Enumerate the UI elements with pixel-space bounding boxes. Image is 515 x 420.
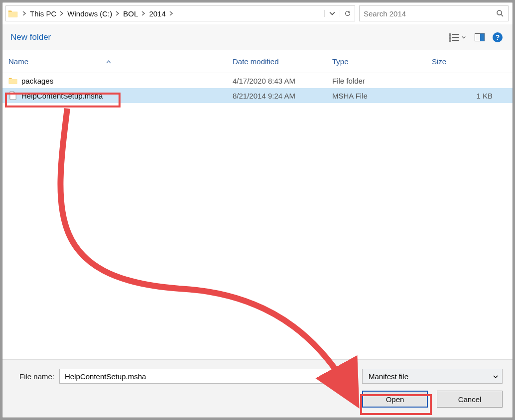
- column-headers: Name Date modified Type Size: [2, 50, 513, 73]
- file-icon: [8, 91, 17, 100]
- file-row[interactable]: packages 4/17/2020 8:43 AM File folder: [2, 73, 513, 88]
- chevron-down-icon: [493, 372, 498, 381]
- sort-ascending-icon: [106, 60, 111, 64]
- history-dropdown-icon[interactable]: [325, 10, 340, 16]
- column-name[interactable]: Name: [2, 57, 227, 66]
- column-size-label: Size: [432, 57, 446, 66]
- column-name-label: Name: [8, 57, 28, 66]
- column-date[interactable]: Date modified: [227, 57, 326, 66]
- chevron-right-icon[interactable]: [113, 6, 122, 21]
- file-type: File folder: [326, 77, 426, 85]
- folder-icon: [8, 76, 17, 85]
- filename-input-wrap: [59, 369, 357, 384]
- chevron-right-icon[interactable]: [20, 6, 29, 21]
- search-box[interactable]: [359, 5, 509, 21]
- chevron-down-icon: [462, 35, 466, 39]
- folder-icon: [6, 8, 20, 19]
- help-icon[interactable]: ?: [489, 28, 507, 46]
- search-input[interactable]: [364, 9, 493, 18]
- bottom-panel: File name: Manifest file Open Cancel: [2, 359, 513, 418]
- chevron-right-icon[interactable]: [139, 6, 148, 21]
- file-date: 8/21/2014 9:24 AM: [227, 92, 326, 100]
- search-icon[interactable]: [496, 9, 504, 17]
- file-type-filter[interactable]: Manifest file: [362, 369, 503, 384]
- breadcrumb-path[interactable]: This PC Windows (C:) BOL 2014: [5, 5, 355, 21]
- file-type-filter-label: Manifest file: [369, 372, 408, 381]
- address-bar: This PC Windows (C:) BOL 2014: [2, 2, 513, 24]
- view-options-button[interactable]: [444, 28, 471, 46]
- svg-line-1: [501, 14, 503, 16]
- breadcrumb-bol[interactable]: BOL: [122, 6, 139, 21]
- filename-input[interactable]: [60, 372, 345, 381]
- file-open-dialog: This PC Windows (C:) BOL 2014 New folder: [2, 2, 513, 418]
- file-list[interactable]: packages 4/17/2020 8:43 AM File folder H…: [2, 73, 513, 359]
- svg-rect-3: [449, 37, 451, 38]
- file-type: MSHA File: [326, 92, 426, 100]
- svg-point-0: [497, 10, 502, 15]
- toolbar: New folder ?: [2, 24, 513, 50]
- open-button[interactable]: Open: [362, 391, 428, 408]
- new-folder-button[interactable]: New folder: [8, 29, 53, 45]
- file-name: packages: [21, 77, 53, 85]
- chevron-right-icon[interactable]: [57, 6, 66, 21]
- path-tail-controls: [324, 10, 355, 17]
- file-size: 1 KB: [426, 92, 513, 100]
- cancel-button[interactable]: Cancel: [437, 391, 503, 408]
- refresh-icon[interactable]: [340, 10, 355, 17]
- svg-text:?: ?: [496, 33, 500, 41]
- file-row[interactable]: HelpContentSetup.msha 8/21/2014 9:24 AM …: [2, 88, 513, 103]
- column-date-label: Date modified: [233, 57, 279, 66]
- breadcrumb-drive[interactable]: Windows (C:): [66, 6, 113, 21]
- breadcrumb-2014[interactable]: 2014: [148, 6, 166, 21]
- file-name: HelpContentSetup.msha: [21, 92, 103, 100]
- filename-history-dropdown[interactable]: [345, 369, 357, 383]
- preview-pane-button[interactable]: [471, 28, 489, 46]
- svg-rect-9: [480, 33, 485, 41]
- column-type-label: Type: [332, 57, 349, 66]
- filename-label: File name:: [19, 372, 54, 381]
- svg-rect-2: [449, 34, 451, 35]
- svg-rect-4: [449, 40, 451, 41]
- file-date: 4/17/2020 8:43 AM: [227, 77, 326, 85]
- column-type[interactable]: Type: [326, 57, 426, 66]
- breadcrumb-this-pc[interactable]: This PC: [29, 6, 57, 21]
- chevron-right-icon[interactable]: [167, 6, 176, 21]
- column-size[interactable]: Size: [426, 57, 513, 66]
